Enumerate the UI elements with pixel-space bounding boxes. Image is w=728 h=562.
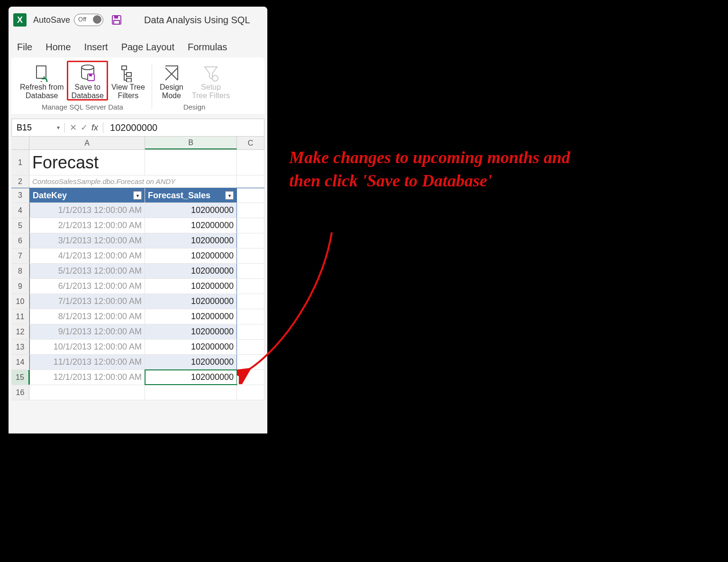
toggle-knob [93,15,101,24]
quick-save-button[interactable] [110,13,123,27]
table-header-forecast-sales[interactable]: Forecast_Sales ▾ [145,188,237,203]
btn-line1: Setup [201,83,221,92]
cell[interactable] [237,188,264,203]
btn-line1: Save to [75,83,100,92]
row-header[interactable]: 10 [11,294,29,309]
row-header[interactable]: 15 [11,370,29,385]
row-header[interactable]: 8 [11,264,29,278]
fx-icon[interactable]: fx [91,123,98,133]
sheet-subtitle-cell[interactable]: ContosoSalesSample.dbo.Forecast on ANDY [29,175,237,187]
cell-datekey[interactable]: 10/1/2013 12:00:00 AM [29,340,145,354]
col-header-b[interactable]: B [145,137,237,149]
design-mode-button[interactable]: Design Mode [155,61,188,100]
name-box[interactable]: B15 ▾ [12,123,65,133]
table-row: 2 ContosoSalesSample.dbo.Forecast on AND… [11,175,264,188]
cell-datekey[interactable]: 4/1/2013 12:00:00 AM [29,249,145,263]
svg-rect-9 [127,78,131,82]
header-label: Forecast_Sales [148,191,210,201]
row-header[interactable]: 16 [11,385,29,400]
cell[interactable] [237,385,264,400]
row-header[interactable]: 9 [11,279,29,294]
row-header[interactable]: 2 [11,175,29,187]
cell-datekey[interactable]: 9/1/2013 12:00:00 AM [29,324,145,339]
cell-forecast-sales[interactable]: 102000000 [145,233,237,248]
btn-line2: Tree Filters [192,92,230,100]
table-row: 1512/1/2013 12:00:00 AM102000000 [11,370,264,385]
svg-rect-8 [127,73,131,76]
formula-input[interactable]: 102000000 [103,122,264,133]
tab-page-layout[interactable]: Page Layout [121,42,174,53]
setup-tree-filters-button: Setup Tree Filters [188,61,234,100]
tab-home[interactable]: Home [46,42,71,53]
refresh-from-database-button[interactable]: Refresh from Database [16,61,67,100]
row-header[interactable]: 7 [11,249,29,263]
formula-bar: B15 ▾ ✕ ✓ fx 102000000 [11,119,264,137]
refresh-icon [34,63,50,83]
cancel-icon[interactable]: ✕ [70,122,77,133]
cell[interactable] [29,385,145,400]
ribbon-group-label: Design [183,100,206,112]
autosave-toggle[interactable]: AutoSave Off [33,14,103,26]
cell-forecast-sales[interactable]: 102000000 [145,279,237,294]
annotation-text: Make changes to upcoming months and then… [289,146,597,192]
select-all-corner[interactable] [11,137,29,149]
row-header[interactable]: 3 [11,188,29,203]
row-header[interactable]: 14 [11,355,29,369]
cell[interactable] [237,203,264,218]
cell-forecast-sales[interactable]: 102000000 [145,264,237,278]
toggle-off-label: Off [78,16,86,23]
cell-forecast-sales[interactable]: 102000000 [145,324,237,339]
excel-window: X AutoSave Off Data Analysis Using SQL F… [9,7,267,433]
cell-datekey[interactable]: 8/1/2013 12:00:00 AM [29,309,145,324]
cell-datekey[interactable]: 12/1/2013 12:00:00 AM [29,370,145,385]
cell-datekey[interactable]: 6/1/2013 12:00:00 AM [29,279,145,294]
col-header-c[interactable]: C [237,137,264,149]
cell-datekey[interactable]: 7/1/2013 12:00:00 AM [29,294,145,309]
table-header-datekey[interactable]: DateKey ▾ [29,188,145,203]
cell-datekey[interactable]: 11/1/2013 12:00:00 AM [29,355,145,369]
cell-forecast-sales[interactable]: 102000000 [145,355,237,369]
ribbon-group-manage: Refresh from Database Save to Database V… [16,61,149,112]
cell-datekey[interactable]: 3/1/2013 12:00:00 AM [29,233,145,248]
spreadsheet-grid[interactable]: A B C 1 Forecast 2 ContosoSalesSample.db… [11,137,264,400]
tab-file[interactable]: File [17,42,32,53]
view-tree-filters-button[interactable]: View Tree Filters [108,61,149,100]
cell-forecast-sales[interactable]: 102000000 [145,218,237,233]
row-header[interactable]: 4 [11,203,29,218]
cell-forecast-sales[interactable]: 102000000 [145,203,237,218]
sheet-title-cell[interactable]: Forecast [29,150,145,175]
ribbon-separator [152,64,152,109]
row-header[interactable]: 5 [11,218,29,233]
row-header[interactable]: 13 [11,340,29,354]
cell-datekey[interactable]: 1/1/2013 12:00:00 AM [29,203,145,218]
cell[interactable] [237,175,264,187]
cell-forecast-sales[interactable]: 102000000 [145,309,237,324]
cell-forecast-sales[interactable]: 102000000 [145,294,237,309]
chevron-down-icon[interactable]: ▾ [57,124,60,131]
row-header[interactable]: 11 [11,309,29,324]
filter-dropdown-icon[interactable]: ▾ [225,191,234,200]
btn-line1: Refresh from [20,83,64,92]
toggle-switch[interactable]: Off [74,14,103,26]
row-header[interactable]: 1 [11,150,29,175]
btn-line2: Mode [162,92,181,100]
cell[interactable] [145,385,237,400]
cell-forecast-sales[interactable]: 102000000 [145,370,237,385]
cell-forecast-sales[interactable]: 102000000 [145,249,237,263]
row-header[interactable]: 12 [11,324,29,339]
tab-insert[interactable]: Insert [84,42,108,53]
accept-icon[interactable]: ✓ [81,122,88,133]
table-row: 1310/1/2013 12:00:00 AM102000000 [11,340,264,355]
filter-dropdown-icon[interactable]: ▾ [133,191,142,200]
cell-datekey[interactable]: 2/1/2013 12:00:00 AM [29,218,145,233]
save-to-database-button[interactable]: Save to Database [67,61,108,100]
btn-line1: View Tree [111,83,145,92]
table-row: 16 [11,385,264,400]
col-header-a[interactable]: A [29,137,145,149]
cell[interactable] [237,150,264,175]
cell-forecast-sales[interactable]: 102000000 [145,340,237,354]
cell[interactable] [145,150,237,175]
cell-datekey[interactable]: 5/1/2013 12:00:00 AM [29,264,145,278]
row-header[interactable]: 6 [11,233,29,248]
tab-formulas[interactable]: Formulas [188,42,227,53]
